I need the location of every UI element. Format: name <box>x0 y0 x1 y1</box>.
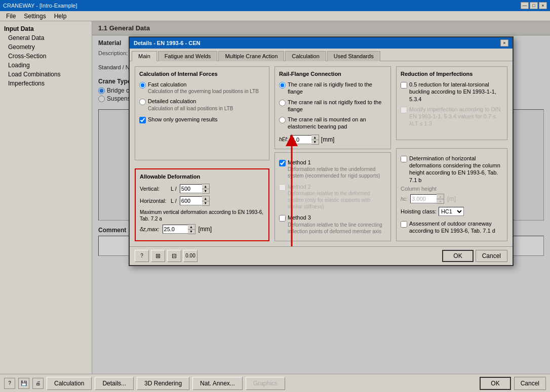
detailed-calc-radio[interactable] <box>139 99 146 105</box>
save-icon-btn[interactable]: 💾 <box>18 378 29 389</box>
hc-up-btn[interactable]: ▲ <box>437 194 444 199</box>
help-icon-btn[interactable]: ? <box>4 378 15 389</box>
menu-settings[interactable]: Settings <box>20 12 50 21</box>
elastomeric-radio[interactable] <box>279 117 286 123</box>
not-rigidly-fixed-option[interactable]: The crane rail is not rigidly fixed to t… <box>279 99 386 113</box>
delta-up-btn[interactable]: ▲ <box>188 225 195 229</box>
hc-spinbox-btns[interactable]: ▲ ▼ <box>437 194 444 204</box>
hef-up-btn[interactable]: ▲ <box>311 135 319 140</box>
horizontal-spinbox-btns[interactable]: ▲ ▼ <box>202 196 210 206</box>
hc-unit: [m] <box>447 195 456 202</box>
print-icon-btn[interactable]: 🖨 <box>32 378 44 389</box>
close-btn[interactable]: × <box>539 2 547 9</box>
tab-main[interactable]: Main <box>132 51 157 61</box>
ok-btn[interactable]: OK <box>480 377 510 390</box>
delta-spinbox-btns[interactable]: ▲ ▼ <box>188 224 195 234</box>
hc-spinbox[interactable]: ▲ ▼ <box>410 194 444 204</box>
method2-checkbox[interactable] <box>279 184 286 191</box>
delta-spinbox[interactable]: ▲ ▼ <box>163 224 195 234</box>
sidebar-item-load-combinations[interactable]: Load Combinations <box>0 70 92 79</box>
method3-desc: Deformation relative to the line connect… <box>288 222 386 235</box>
reduction-option2-checkbox[interactable] <box>401 107 407 113</box>
maximize-btn[interactable]: □ <box>530 2 538 9</box>
horizontal-spinbox[interactable]: ▲ ▼ <box>180 196 210 206</box>
vertical-spinbox[interactable]: ▲ ▼ <box>180 184 210 194</box>
footer-btn2[interactable]: ⊞ <box>151 250 165 262</box>
vertical-up-btn[interactable]: ▲ <box>202 184 209 189</box>
detailed-calc-option[interactable]: Detailed calculation Calculation of all … <box>139 98 265 111</box>
method1-row[interactable]: Method 1 Deformation relative to the und… <box>279 159 386 179</box>
tab-bar: Main Fatigue and Welds Multiple Crane Ac… <box>130 49 513 61</box>
rigidly-fixed-option[interactable]: The crane rail is rigidly fixed to the f… <box>279 81 386 96</box>
rendering-btn[interactable]: 3D Rendering <box>137 377 189 390</box>
horizontal-row: Horizontal: L / ▲ ▼ <box>140 196 264 206</box>
method3-label: Method 3 <box>288 214 386 221</box>
detailed-calc-sublabel: Calculation of all load positions in LTB <box>148 105 233 112</box>
method1-checkbox[interactable] <box>279 160 286 166</box>
dialog-cancel-btn[interactable]: Cancel <box>476 250 507 262</box>
dialog-ok-btn[interactable]: OK <box>442 250 473 262</box>
fast-calc-label: Fast calculation <box>148 81 259 88</box>
calc-forces-title: Calculation of Internal Forces <box>139 71 265 77</box>
fast-calc-radio[interactable] <box>139 82 146 89</box>
tab-multiple-crane[interactable]: Multiple Crane Action <box>218 51 284 61</box>
reduction-option1-row[interactable]: 0.5 reduction for lateral-torsional buck… <box>401 81 503 103</box>
dialog-title: Details - EN 1993-6 - CEN <box>134 40 200 46</box>
outdoor-row[interactable]: Assessment of outdoor craneway according… <box>401 220 503 235</box>
menu-file[interactable]: File <box>2 12 20 21</box>
sidebar-item-general-data[interactable]: General Data <box>0 33 92 42</box>
reduction-option1-checkbox[interactable] <box>401 82 407 89</box>
delta-input[interactable] <box>163 225 188 234</box>
nat-annex-btn[interactable]: Nat. Annex... <box>192 377 243 390</box>
details-btn[interactable]: Details... <box>95 377 134 390</box>
rigidly-fixed-radio[interactable] <box>279 82 286 89</box>
footer-btn3[interactable]: ⊟ <box>167 250 181 262</box>
graphics-btn[interactable]: Graphics <box>246 377 285 390</box>
tab-fatigue[interactable]: Fatigue and Welds <box>158 51 218 61</box>
horiz-def-row[interactable]: Determination of horizontal deformations… <box>401 155 503 184</box>
reduction-title: Reduction of Imperfections <box>401 71 503 77</box>
footer-btn4[interactable]: 0.00 <box>183 250 198 262</box>
sidebar: Input Data General Data Geometry Cross-S… <box>0 21 92 374</box>
minimize-btn[interactable]: — <box>521 2 529 9</box>
hoisting-select[interactable]: HC1 HC2 HC3 HC4 <box>439 207 464 216</box>
delta-row: δz,max: ▲ ▼ [mm] <box>140 224 264 234</box>
vertical-input[interactable] <box>180 184 202 193</box>
hef-spinbox-btns[interactable]: ▲ ▼ <box>311 135 319 145</box>
hef-down-btn[interactable]: ▼ <box>311 140 319 144</box>
vertical-spinbox-btns[interactable]: ▲ ▼ <box>202 184 210 194</box>
sidebar-item-imperfections[interactable]: Imperfections <box>0 79 92 88</box>
horizontal-up-btn[interactable]: ▲ <box>202 196 209 201</box>
show-governing-checkbox[interactable] <box>139 117 146 123</box>
cancel-btn[interactable]: Cancel <box>514 377 546 390</box>
elastomeric-option[interactable]: The crane rail is mounted on an elastome… <box>279 116 386 130</box>
sidebar-item-cross-section[interactable]: Cross-Section <box>0 52 92 61</box>
method3-checkbox[interactable] <box>279 215 286 222</box>
menu-help[interactable]: Help <box>50 12 71 21</box>
reduction-option1-label: 0.5 reduction for lateral-torsional buck… <box>409 81 503 103</box>
horizontal-input[interactable] <box>180 196 202 205</box>
calculation-btn[interactable]: Calculation <box>47 377 92 390</box>
fast-calc-option[interactable]: Fast calculation Calculation of the gove… <box>139 81 265 95</box>
vertical-down-btn[interactable]: ▼ <box>202 189 209 193</box>
hef-spinbox[interactable]: ▲ ▼ <box>290 135 319 145</box>
show-governing-row[interactable]: Show only governing results <box>139 116 265 123</box>
hef-input[interactable] <box>290 135 311 144</box>
hc-input[interactable] <box>410 194 437 203</box>
horizontal-down-btn[interactable]: ▼ <box>202 201 209 205</box>
tab-used-standards[interactable]: Used Standards <box>327 51 380 61</box>
vertical-prefix: L / <box>171 186 177 192</box>
fast-calc-sublabel: Calculation of the governing load positi… <box>148 88 259 95</box>
outdoor-checkbox[interactable] <box>401 221 407 228</box>
sidebar-item-loading[interactable]: Loading <box>0 61 92 70</box>
horiz-def-checkbox[interactable] <box>401 156 407 162</box>
tab-calculation[interactable]: Calculation <box>285 51 326 61</box>
sidebar-item-geometry[interactable]: Geometry <box>0 42 92 52</box>
not-rigidly-fixed-radio[interactable] <box>279 100 286 106</box>
method3-row[interactable]: Method 3 Deformation relative to the lin… <box>279 214 386 234</box>
footer-help-btn[interactable]: ? <box>135 250 149 262</box>
dialog-close-btn[interactable]: × <box>500 39 508 47</box>
hc-down-btn[interactable]: ▼ <box>437 199 444 203</box>
delta-down-btn[interactable]: ▼ <box>188 229 195 234</box>
method2-row: Method 2 Deformation relative to the def… <box>279 183 386 210</box>
